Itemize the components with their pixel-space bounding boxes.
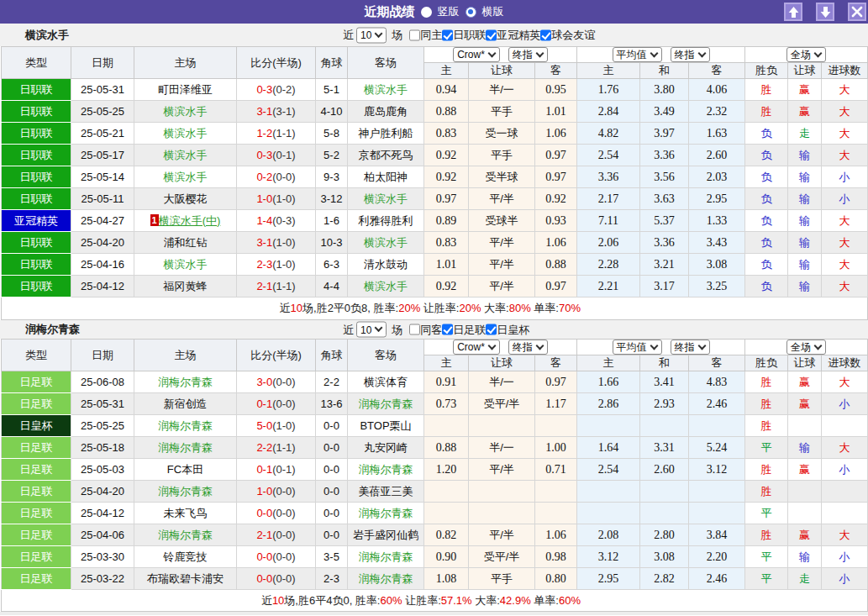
scope-select[interactable]: 全场 bbox=[786, 340, 826, 355]
average-select[interactable]: 平均值 bbox=[613, 47, 662, 62]
away-team-link[interactable]: 横滨体育 bbox=[364, 376, 408, 388]
away-team-cell: 横滨水手 bbox=[348, 276, 424, 297]
away-team-link[interactable]: 润梅尔青森 bbox=[359, 463, 413, 476]
home-team-link[interactable]: 润梅尔青森 bbox=[158, 485, 213, 498]
close-button[interactable] bbox=[848, 3, 866, 21]
away-team-link[interactable]: 鹿岛鹿角 bbox=[364, 105, 408, 118]
result-handicap: 输 bbox=[788, 546, 822, 568]
home-team-link[interactable]: 福冈黄蜂 bbox=[164, 280, 208, 292]
avg-home: 2.84 bbox=[577, 101, 640, 123]
home-team-link[interactable]: 润梅尔青森 bbox=[158, 419, 213, 432]
odds-select-group: 全场 bbox=[745, 47, 867, 62]
odds-home: 0.91 bbox=[424, 371, 469, 393]
away-team-link[interactable]: 润梅尔青森 bbox=[359, 550, 413, 563]
league-filter-checkbox[interactable] bbox=[486, 29, 497, 40]
away-team-link[interactable]: 柏太阳神 bbox=[364, 171, 408, 183]
bookmaker-select-final[interactable]: 终指 bbox=[508, 47, 548, 62]
up-button[interactable] bbox=[784, 3, 802, 21]
home-team-link[interactable]: 新宿创造 bbox=[164, 398, 208, 410]
away-team-cell: 鹿岛鹿角 bbox=[348, 101, 424, 123]
home-team-link[interactable]: 横滨水手 bbox=[164, 149, 208, 161]
away-team-link[interactable]: 京都不死鸟 bbox=[359, 149, 413, 161]
away-team-link[interactable]: 横滨水手 bbox=[364, 280, 408, 292]
league-filter-label: 日皇杯 bbox=[497, 322, 529, 337]
away-team-link[interactable]: 美蓓亚三美 bbox=[359, 485, 413, 498]
fulltime-score: 1-4 bbox=[256, 214, 272, 227]
away-team-link[interactable]: 横滨水手 bbox=[364, 83, 408, 96]
home-team-link[interactable]: 横滨水手(中) bbox=[159, 214, 221, 227]
average-select-final[interactable]: 终指 bbox=[671, 47, 710, 62]
layout-radio-selected[interactable] bbox=[466, 7, 476, 18]
home-team-link[interactable]: 大阪樱花 bbox=[164, 192, 208, 205]
away-team-link[interactable]: 横滨水手 bbox=[364, 192, 408, 205]
bookmaker-select-final[interactable]: 终指 bbox=[508, 340, 548, 355]
column-header: 客场 bbox=[348, 340, 424, 371]
away-team-link[interactable]: 润梅尔青森 bbox=[359, 572, 413, 585]
games-count-select[interactable]: 10 bbox=[356, 322, 387, 338]
result-handicap: 赢 bbox=[788, 79, 822, 101]
away-team-link[interactable]: 润梅尔青森 bbox=[359, 507, 413, 519]
average-select-final-value: 终指 bbox=[675, 48, 695, 62]
bookmaker-select[interactable]: Crow* bbox=[453, 340, 500, 355]
same-venue-checkbox[interactable] bbox=[409, 29, 420, 40]
chevron-down-icon bbox=[535, 341, 544, 350]
average-select-final[interactable]: 终指 bbox=[671, 340, 710, 355]
away-team-link[interactable]: 岩手盛冈仙鹤 bbox=[353, 529, 418, 541]
home-team-link[interactable]: 横滨水手 bbox=[164, 127, 208, 140]
home-team-cell: 1横滨水手(中) bbox=[134, 210, 237, 232]
result-handicap: 输 bbox=[788, 210, 822, 232]
avg-draw: 3.80 bbox=[640, 79, 689, 101]
odds-group-header: 平均值终指 bbox=[577, 340, 745, 355]
home-team-link[interactable]: 布瑞欧碧卡浦安 bbox=[147, 572, 224, 585]
summary-part: 近 bbox=[280, 302, 291, 314]
away-team-link[interactable]: 润梅尔青森 bbox=[359, 398, 413, 410]
titlebar: 近期战绩 竖版横版 bbox=[0, 0, 868, 24]
score-cell: 0-0(0-0) bbox=[237, 503, 316, 524]
avg-away bbox=[689, 503, 745, 524]
home-team-link[interactable]: 润梅尔青森 bbox=[158, 441, 213, 454]
home-team-link[interactable]: 润梅尔青森 bbox=[158, 376, 213, 388]
home-team-link[interactable]: 铃鹿竞技 bbox=[164, 550, 208, 563]
avg-away: 3.08 bbox=[689, 254, 745, 276]
games-count-select[interactable]: 10 bbox=[356, 27, 387, 43]
layout-radio-unselected[interactable] bbox=[421, 7, 432, 18]
league-type-cell: 日职联 bbox=[2, 188, 71, 210]
league-filter-checkbox[interactable] bbox=[486, 324, 497, 335]
home-team-link[interactable]: 浦和红钻 bbox=[164, 236, 208, 249]
odds-away bbox=[535, 503, 577, 524]
odds-handicap: 受平/半 bbox=[469, 546, 535, 568]
away-team-link[interactable]: BTOP栗山 bbox=[360, 419, 411, 432]
result-outcome: 平 bbox=[745, 568, 788, 590]
league-filter-checkbox[interactable] bbox=[540, 29, 551, 40]
away-team-link[interactable]: 丸安冈崎 bbox=[364, 441, 408, 454]
odds-handicap: 平/半 bbox=[469, 524, 535, 546]
home-team-link[interactable]: 町田泽维亚 bbox=[158, 83, 213, 96]
league-filter-checkbox[interactable] bbox=[442, 29, 453, 40]
score-cell: 1-0(1-0) bbox=[237, 188, 316, 210]
away-team-link[interactable]: 神户胜利船 bbox=[359, 127, 413, 140]
subcolumn-header: 客 bbox=[535, 63, 577, 79]
home-team-link[interactable]: 润梅尔青森 bbox=[158, 529, 213, 541]
away-team-link[interactable]: 横滨水手 bbox=[364, 236, 408, 249]
league-type-cell: 日职联 bbox=[2, 276, 71, 297]
odds-home: 0.82 bbox=[424, 524, 469, 546]
away-team-link[interactable]: 利雅得胜利 bbox=[359, 214, 413, 227]
average-select[interactable]: 平均值 bbox=[613, 340, 662, 355]
home-team-link[interactable]: 横滨水手 bbox=[164, 171, 208, 183]
scope-select[interactable]: 全场 bbox=[786, 47, 826, 62]
score-cell: 5-0(1-0) bbox=[237, 415, 316, 437]
home-team-link[interactable]: 横滨水手 bbox=[164, 105, 208, 118]
odds-away: 1.17 bbox=[535, 393, 577, 415]
same-venue-checkbox[interactable] bbox=[409, 324, 420, 335]
home-team-link[interactable]: 未来飞鸟 bbox=[164, 507, 208, 519]
avg-home bbox=[577, 481, 640, 503]
league-filter-checkbox[interactable] bbox=[442, 324, 453, 335]
home-team-link[interactable]: 横滨水手 bbox=[164, 258, 208, 271]
home-team-link[interactable]: FC本田 bbox=[167, 463, 203, 476]
down-button[interactable] bbox=[816, 3, 834, 21]
halftime-score: (3-1) bbox=[272, 105, 295, 118]
odds-away: 0.97 bbox=[535, 166, 577, 188]
result-goals: 小 bbox=[822, 166, 868, 188]
away-team-link[interactable]: 清水鼓动 bbox=[364, 258, 408, 271]
bookmaker-select[interactable]: Crow* bbox=[453, 47, 500, 62]
